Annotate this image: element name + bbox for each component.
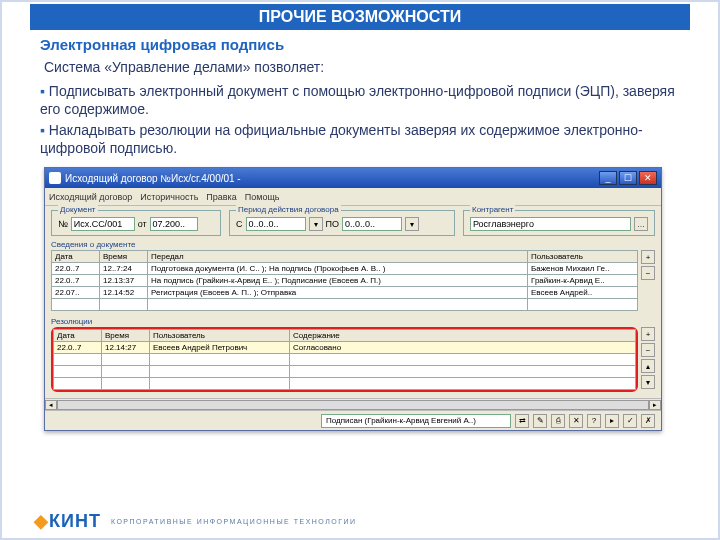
slide-header: ПРОЧИЕ ВОЗМОЖНОСТИ [30, 4, 690, 30]
menu-item[interactable]: Исходящий договор [49, 192, 132, 202]
table-row[interactable]: 22.0..712..7:24Подготовка документа (И. … [52, 263, 638, 275]
sign-icon[interactable]: ✎ [533, 414, 547, 428]
brand-tagline: КОРПОРАТИВНЫЕ ИНФОРМАЦИОННЫЕ ТЕХНОЛОГИИ [111, 518, 357, 525]
bullet-list: Подписывать электронный документ с помощ… [40, 83, 680, 157]
bullet-item: Подписывать электронный документ с помощ… [40, 83, 680, 118]
up-icon[interactable]: ▴ [641, 359, 655, 373]
col-header[interactable]: Дата [52, 251, 100, 263]
to-label: ПО [326, 219, 339, 229]
table-row[interactable]: 22.0..712.13:37На подпись (Грайкин-к-Арв… [52, 275, 638, 287]
slide-subtitle: Электронная цифровая подпись [40, 36, 680, 53]
down-icon[interactable]: ▾ [641, 375, 655, 389]
titlebar: Исходящий договор №Исх/сг.4/00/01 - _ ☐ … [45, 168, 661, 188]
help-icon[interactable]: ? [587, 414, 601, 428]
table-row[interactable] [52, 299, 638, 311]
app-window: Исходящий договор №Исх/сг.4/00/01 - _ ☐ … [44, 167, 662, 431]
route-icon[interactable]: ⇄ [515, 414, 529, 428]
col-header[interactable]: Время [100, 251, 148, 263]
menu-item[interactable]: Правка [206, 192, 236, 202]
cancel-icon[interactable]: ✗ [641, 414, 655, 428]
grid-legend: Сведения о документе [51, 240, 655, 249]
window-title: Исходящий договор №Исх/сг.4/00/01 - [65, 173, 241, 184]
remove-row-icon[interactable]: − [641, 266, 655, 280]
tools-icon[interactable]: ✕ [569, 414, 583, 428]
scroll-right-icon[interactable]: ▸ [649, 400, 661, 410]
menu-item[interactable]: Историчность [140, 192, 198, 202]
add-row-icon[interactable]: + [641, 250, 655, 264]
num-label: № [58, 219, 68, 229]
from-field[interactable]: 0..0..0.. [246, 217, 306, 231]
calendar-icon[interactable]: ▾ [309, 217, 323, 231]
remove-row-icon[interactable]: − [641, 343, 655, 357]
num-field[interactable]: Исх.СС/001 [71, 217, 135, 231]
resolution-table[interactable]: Дата Время Пользователь Содержание 22.0.… [53, 329, 636, 390]
arrow-icon[interactable]: ▸ [605, 414, 619, 428]
grid-legend: Резолюции [51, 317, 655, 326]
col-header[interactable]: Пользователь [528, 251, 638, 263]
panel-period: Период действия договора С 0..0..0.. ▾ П… [229, 210, 455, 236]
resolution-highlight: Дата Время Пользователь Содержание 22.0.… [51, 327, 638, 392]
minimize-button[interactable]: _ [599, 171, 617, 185]
scroll-left-icon[interactable]: ◂ [45, 400, 57, 410]
maximize-button[interactable]: ☐ [619, 171, 637, 185]
menubar: Исходящий договор Историчность Правка По… [45, 188, 661, 206]
close-button[interactable]: ✕ [639, 171, 657, 185]
table-row[interactable]: 22.0..712.14:27Евсеев Андрей ПетровичСог… [54, 342, 636, 354]
to-field[interactable]: 0..0..0.. [342, 217, 402, 231]
bullet-item: Накладывать резолюции на официальные док… [40, 122, 680, 157]
table-row[interactable] [54, 366, 636, 378]
brand: ◆КИНТ КОРПОРАТИВНЫЕ ИНФОРМАЦИОННЫЕ ТЕХНО… [34, 510, 357, 532]
table-row[interactable] [54, 354, 636, 366]
status-field: Подписан (Грайкин-к-Арвид Евгений А..) [321, 414, 511, 428]
panel-legend: Документ [58, 205, 98, 214]
horizontal-scrollbar[interactable]: ◂ ▸ [45, 398, 661, 410]
lookup-icon[interactable]: … [634, 217, 648, 231]
brand-logo: ◆КИНТ [34, 510, 101, 532]
panel-partner: Контрагент Росглавэнерго … [463, 210, 655, 236]
date-label: от [138, 219, 147, 229]
menu-item[interactable]: Помощь [245, 192, 280, 202]
ok-icon[interactable]: ✓ [623, 414, 637, 428]
panel-document: Документ № Исх.СС/001 от 07.200.. [51, 210, 221, 236]
date-field[interactable]: 07.200.. [150, 217, 198, 231]
table-row[interactable]: 22.07..12.14:52Регистрация (Евсеев А. П.… [52, 287, 638, 299]
table-row[interactable] [54, 378, 636, 390]
col-header[interactable]: Дата [54, 330, 102, 342]
print-icon[interactable]: ⎙ [551, 414, 565, 428]
add-row-icon[interactable]: + [641, 327, 655, 341]
panel-legend: Контрагент [470, 205, 515, 214]
calendar-icon[interactable]: ▾ [405, 217, 419, 231]
from-label: С [236, 219, 243, 229]
statusbar: Подписан (Грайкин-к-Арвид Евгений А..) ⇄… [45, 410, 661, 430]
col-header[interactable]: Время [102, 330, 150, 342]
slide-lead: Система «Управление делами» позволяет: [44, 59, 676, 75]
partner-field[interactable]: Росглавэнерго [470, 217, 631, 231]
history-table[interactable]: Дата Время Передал Пользователь 22.0..71… [51, 250, 638, 311]
app-icon [49, 172, 61, 184]
panel-legend: Период действия договора [236, 205, 341, 214]
col-header[interactable]: Передал [148, 251, 528, 263]
col-header[interactable]: Содержание [290, 330, 636, 342]
col-header[interactable]: Пользователь [150, 330, 290, 342]
